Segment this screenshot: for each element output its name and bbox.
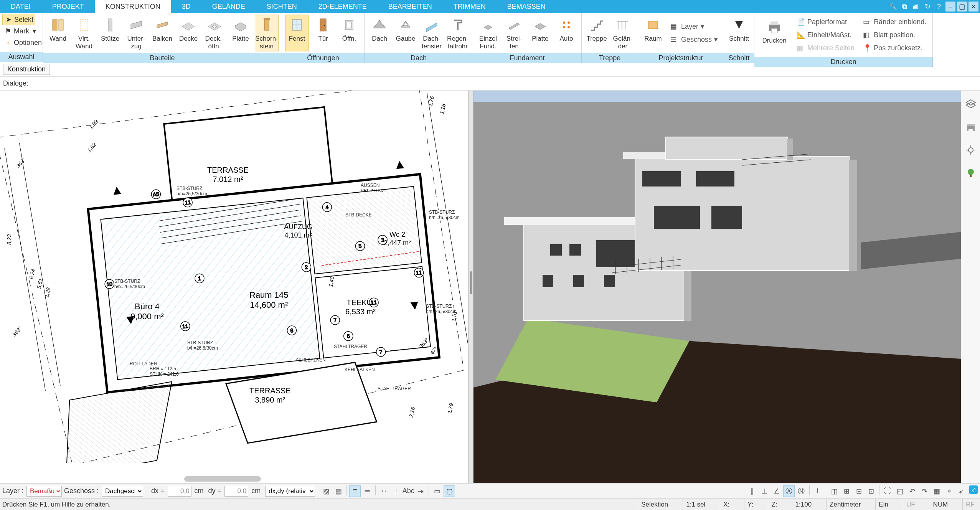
raum-button[interactable]: Raum xyxy=(641,15,665,51)
layer-dropdown[interactable]: ▤Layer ▾ xyxy=(670,21,718,32)
3d-view[interactable] xyxy=(474,91,961,483)
tree-tool-icon[interactable] xyxy=(964,167,977,180)
platte-button[interactable]: Platte xyxy=(229,15,252,51)
grid-toggle-icon[interactable]: ▦ xyxy=(931,485,942,497)
dx-input[interactable] xyxy=(168,486,191,497)
regenfallrohr-button[interactable]: Regen- fallrohr xyxy=(446,15,470,51)
options-button[interactable]: ＋Optionen xyxy=(2,37,43,48)
menu-tab-datei[interactable]: DATEI xyxy=(0,0,41,13)
treppe-button[interactable]: Treppe xyxy=(585,15,609,51)
pane-splitter[interactable] xyxy=(468,91,474,483)
select-button[interactable]: ➤Selekt xyxy=(2,14,35,25)
print-icon[interactable]: 🖶 xyxy=(911,2,921,12)
menu-tab-bemassen[interactable]: BEMASSEN xyxy=(497,0,556,13)
geschoss-dropdown[interactable]: ☰Geschoss ▾ xyxy=(670,34,718,45)
oeffnung-button[interactable]: Öffn. xyxy=(337,15,361,51)
menu-tab-trimmen[interactable]: TRIMMEN xyxy=(443,0,497,13)
stuetze-button[interactable]: Stütze xyxy=(98,15,122,51)
layer-select[interactable]: Bemaßung xyxy=(26,486,62,497)
schornstein-button[interactable]: Schorn- stein xyxy=(255,15,279,51)
mark-button[interactable]: ⚑Mark. ▾ xyxy=(2,25,38,37)
streifen-button[interactable]: Strei- fen xyxy=(502,15,526,51)
refresh-icon[interactable]: ↻ xyxy=(922,2,932,12)
view-4-icon[interactable]: ⊡ xyxy=(865,485,877,497)
view-3-icon[interactable]: ⊟ xyxy=(853,485,865,497)
abc-icon[interactable]: Abc xyxy=(403,485,414,497)
furniture-tool-icon[interactable] xyxy=(964,120,977,134)
schnitt-button[interactable]: Schnitt xyxy=(727,15,751,51)
dim-h-icon[interactable]: ↔ xyxy=(378,485,389,497)
einzelfund-button[interactable]: Einzel Fund. xyxy=(476,15,500,51)
view-1-icon[interactable]: ◫ xyxy=(828,485,840,497)
tool-icon[interactable]: 🔧 xyxy=(888,2,898,12)
info-icon[interactable]: i xyxy=(812,485,823,497)
hatch-icon[interactable]: ▨ xyxy=(320,485,332,497)
navigate-tool-icon[interactable] xyxy=(964,144,977,157)
linew-thin-icon[interactable]: ═ xyxy=(361,485,373,497)
menu-tab-konstruktion[interactable]: KONSTRUKTION xyxy=(95,0,171,13)
dach-button[interactable]: Dach xyxy=(368,15,391,51)
snap-angle-icon[interactable]: ∠ xyxy=(771,485,782,497)
snap-a-icon[interactable]: Ⓐ xyxy=(783,485,795,497)
minimize-icon[interactable]: – xyxy=(945,2,955,12)
virt-wand-button[interactable]: Virt. Wand xyxy=(72,15,96,51)
rel-select[interactable]: dx,dy (relativ ka xyxy=(265,486,315,497)
blatt-position-link[interactable]: ◧Blatt position. xyxy=(863,29,926,41)
linew-thick-icon[interactable]: ≡ xyxy=(349,485,361,497)
fund-platte-button[interactable]: Platte xyxy=(528,15,552,51)
raender-link[interactable]: ▭Ränder einblend. xyxy=(863,16,926,28)
cursor-toggle-icon[interactable]: ➶ xyxy=(955,485,967,497)
balken-button[interactable]: Balken xyxy=(150,15,174,51)
einheit-link[interactable]: 📐Einheit/Maßst. xyxy=(797,29,855,41)
menu-tab-gelaende[interactable]: GELÄNDE xyxy=(201,0,256,13)
tuer-button[interactable]: Tür xyxy=(311,15,335,51)
deckoeffn-button[interactable]: Deck.- öffn. xyxy=(203,15,226,51)
geschoss-select[interactable]: Dachgesch xyxy=(102,486,143,497)
plan-scrollbar[interactable] xyxy=(184,476,261,482)
dachfenster-button[interactable]: Dach- fenster xyxy=(420,15,444,51)
mehrere-seiten-link[interactable]: ▦Mehrere Seiten xyxy=(797,42,855,54)
zoom-fit-icon[interactable]: ⛶ xyxy=(882,485,893,497)
ribbon-group-drucken: Drucken 📄Papierformat 📐Einheit/Maßst. ▦M… xyxy=(754,13,933,62)
view-2-icon[interactable]: ⊞ xyxy=(841,485,852,497)
expand-icon[interactable]: ⤢ xyxy=(969,485,978,494)
menu-tab-2d[interactable]: 2D-ELEMENTE xyxy=(308,0,378,13)
screen-icon[interactable]: ⧉ xyxy=(899,2,909,12)
gelaender-button[interactable]: Gelän- der xyxy=(611,15,635,51)
help-icon[interactable]: ? xyxy=(934,2,944,12)
menu-tab-bearbeiten[interactable]: BEARBEITEN xyxy=(378,0,443,13)
redo-view-icon[interactable]: ↷ xyxy=(919,485,930,497)
pos-reset-link[interactable]: 📍Pos zurücksetz. xyxy=(863,42,926,54)
snap-perp-icon[interactable]: ⊥ xyxy=(759,485,770,497)
menu-tab-3d[interactable]: 3D xyxy=(171,0,201,13)
show-3d-icon[interactable]: ▭ xyxy=(431,485,443,497)
dim-tick-icon[interactable]: ⟂ xyxy=(390,485,402,497)
decke-button[interactable]: Decke xyxy=(177,15,200,51)
dim-chain-icon[interactable]: ⇥ xyxy=(415,485,426,497)
papierformat-link[interactable]: 📄Papierformat xyxy=(797,16,855,28)
floorplan-view[interactable]: 10 A5 11 1 2 4 5 3 11 11 11 6 7 6 7 xyxy=(0,91,468,483)
drucken-button[interactable]: Drucken xyxy=(757,17,791,53)
undo-view-icon[interactable]: ↶ xyxy=(906,485,918,497)
zoom-win-icon[interactable]: ◰ xyxy=(894,485,906,497)
restore-icon[interactable]: ▢ xyxy=(957,2,967,12)
show-2d-icon[interactable]: ▢ xyxy=(444,485,455,497)
railing-icon xyxy=(614,17,631,33)
snap-parallel-icon[interactable]: ∥ xyxy=(746,485,758,497)
snap-n-icon[interactable]: Ⓝ xyxy=(795,485,807,497)
joist-icon xyxy=(154,17,171,33)
tag-aussen-1: AUSSENVBL 2 DBM xyxy=(361,183,384,193)
dy-input[interactable] xyxy=(224,486,248,497)
grid-icon[interactable]: ▦ xyxy=(333,485,344,497)
auto-fund-button[interactable]: Auto xyxy=(554,15,578,51)
menu-tab-projekt[interactable]: PROJEKT xyxy=(41,0,95,13)
gaube-button[interactable]: Gaube xyxy=(394,15,417,51)
layers-tool-icon[interactable] xyxy=(964,97,977,111)
menu-tab-sichten[interactable]: SICHTEN xyxy=(256,0,308,13)
unterzug-button[interactable]: Unter- zug xyxy=(124,15,148,51)
wand-button[interactable]: Wand xyxy=(46,15,70,51)
close-icon[interactable]: × xyxy=(968,2,978,12)
snap-toggle-icon[interactable]: ✧ xyxy=(943,485,955,497)
breadcrumb-chip[interactable]: Konstruktion xyxy=(3,64,50,75)
fenster-button[interactable]: Fenst xyxy=(285,15,309,51)
